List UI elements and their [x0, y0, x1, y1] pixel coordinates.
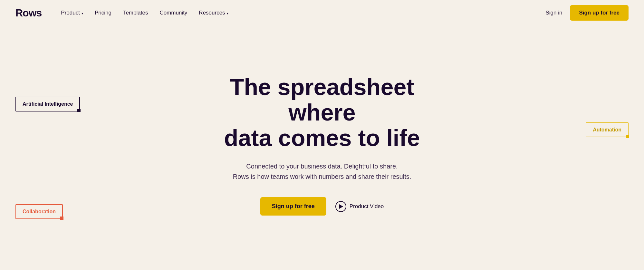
play-triangle — [339, 204, 343, 209]
badge-ai[interactable]: Artificial Intelligence — [15, 97, 80, 111]
logo[interactable]: Rows — [15, 7, 42, 19]
sign-up-button[interactable]: Sign up for free — [570, 5, 629, 21]
nav-links: Product ▾ Pricing Templates Community Re… — [61, 10, 545, 16]
sign-in-button[interactable]: Sign in — [545, 10, 562, 16]
play-icon — [335, 201, 346, 212]
hero-signup-button[interactable]: Sign up for free — [260, 197, 326, 216]
nav-item-templates[interactable]: Templates — [123, 10, 148, 16]
badge-automation[interactable]: Automation — [586, 122, 629, 137]
hero-video-button[interactable]: Product Video — [335, 201, 384, 212]
hero-subtitle: Connected to your business data. Delight… — [233, 161, 411, 182]
chevron-down-icon: ▾ — [82, 12, 83, 15]
nav-item-community[interactable]: Community — [159, 10, 187, 16]
badge-collaboration[interactable]: Collaboration — [15, 204, 63, 219]
hero-section: Artificial Intelligence Automation Colla… — [0, 26, 644, 258]
chevron-down-icon-resources: ▾ — [227, 12, 228, 15]
hero-title: The spreadsheet where data comes to life — [197, 74, 448, 151]
nav-item-resources[interactable]: Resources ▾ — [199, 10, 228, 16]
nav-actions: Sign in Sign up for free — [545, 5, 629, 21]
navbar: Rows Product ▾ Pricing Templates Communi… — [0, 0, 644, 26]
nav-item-product[interactable]: Product ▾ — [61, 10, 83, 16]
hero-buttons: Sign up for free Product Video — [260, 197, 384, 216]
nav-item-pricing[interactable]: Pricing — [95, 10, 111, 16]
